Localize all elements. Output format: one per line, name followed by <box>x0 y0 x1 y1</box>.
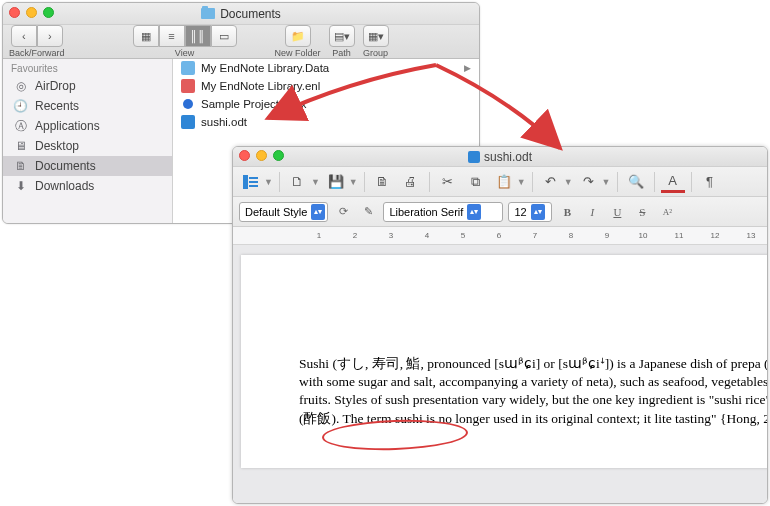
undo-button[interactable]: ↶ <box>539 171 563 193</box>
file-row[interactable]: Sample Project.nvpx <box>173 95 479 113</box>
ruler-number: 2 <box>353 231 357 240</box>
odt-icon <box>181 115 195 129</box>
chevron-updown-icon: ▴▾ <box>311 204 325 220</box>
chevron-down-icon[interactable]: ▼ <box>264 177 273 187</box>
clock-icon: 🕘 <box>13 100 28 113</box>
sidebar-item-label: Recents <box>35 99 79 113</box>
update-style-button[interactable]: ⟳ <box>333 202 353 222</box>
chevron-down-icon[interactable]: ▼ <box>602 177 611 187</box>
path-button[interactable]: ▤▾ <box>329 25 355 47</box>
cut-button[interactable]: ✂ <box>436 171 460 193</box>
nvivo-icon <box>183 99 193 109</box>
finder-titlebar[interactable]: Documents <box>3 3 479 25</box>
ruler[interactable]: 12345678910111213 <box>233 227 767 245</box>
back-button[interactable]: ‹ <box>11 25 37 47</box>
copy-button[interactable]: ⧉ <box>464 171 488 193</box>
document-page[interactable]: Sushi (すし, 寿司, 鮨, pronounced [sɯᵝɕi] or … <box>241 255 767 468</box>
airdrop-icon: ◎ <box>13 80 28 93</box>
sidebar-item-airdrop[interactable]: ◎ AirDrop <box>3 76 172 96</box>
chevron-updown-icon: ▴▾ <box>467 204 481 220</box>
odt-icon <box>468 151 480 163</box>
redo-button[interactable]: ↷ <box>577 171 601 193</box>
downloads-icon: ⬇ <box>13 180 28 193</box>
ruler-number: 1 <box>317 231 321 240</box>
sidebar-item-applications[interactable]: Ⓐ Applications <box>3 116 172 136</box>
back-forward-group: ‹ › Back/Forward <box>9 25 65 58</box>
close-icon[interactable] <box>9 7 20 18</box>
view-group: ▦ ≡ ║║ ▭ View <box>133 25 237 58</box>
save-button[interactable]: 💾 <box>324 171 348 193</box>
endnote-icon <box>181 79 195 93</box>
gallery-view-button[interactable]: ▭ <box>211 25 237 47</box>
svg-rect-2 <box>249 181 258 183</box>
ruler-number: 3 <box>389 231 393 240</box>
icon-view-button[interactable]: ▦ <box>133 25 159 47</box>
sidebar-item-label: Applications <box>35 119 100 133</box>
paste-button[interactable]: 📋 <box>492 171 516 193</box>
italic-button[interactable]: I <box>582 202 602 222</box>
ruler-number: 7 <box>533 231 537 240</box>
paragraph-style-select[interactable]: Default Style ▴▾ <box>239 202 328 222</box>
file-name: My EndNote Library.Data <box>201 62 329 74</box>
find-button[interactable]: 🔍 <box>624 171 648 193</box>
chevron-down-icon[interactable]: ▼ <box>517 177 526 187</box>
font-name-value: Liberation Serif <box>389 206 463 218</box>
toolbar-label: Back/Forward <box>9 48 65 58</box>
body-text[interactable]: Sushi (すし, 寿司, 鮨, pronounced [sɯᵝɕi] or … <box>299 355 767 428</box>
chevron-down-icon[interactable]: ▼ <box>349 177 358 187</box>
list-view-button[interactable]: ≡ <box>159 25 185 47</box>
export-pdf-button[interactable]: 🗎 <box>371 171 395 193</box>
applications-icon: Ⓐ <box>13 120 28 133</box>
underline-button[interactable]: U <box>607 202 627 222</box>
window-controls <box>9 7 54 18</box>
documents-icon: 🗎 <box>13 160 28 173</box>
writer-main-toolbar: ▼ 🗋▼ 💾▼ 🗎 🖨 ✂ ⧉ 📋▼ ↶▼ ↷▼ 🔍 A ¶ <box>233 167 767 197</box>
new-style-button[interactable]: ✎ <box>358 202 378 222</box>
print-button[interactable]: 🖨 <box>399 171 423 193</box>
sidebar-item-desktop[interactable]: 🖥 Desktop <box>3 136 172 156</box>
superscript-button[interactable]: A² <box>657 202 677 222</box>
zoom-icon[interactable] <box>273 150 284 161</box>
ruler-number: 6 <box>497 231 501 240</box>
chevron-right-icon: ▶ <box>464 63 471 73</box>
writer-title: sushi.odt <box>484 150 532 164</box>
folder-icon <box>201 8 215 19</box>
font-size-select[interactable]: 12 ▴▾ <box>508 202 552 222</box>
ruler-number: 10 <box>639 231 648 240</box>
new-folder-button[interactable]: 📁 <box>285 25 311 47</box>
font-name-select[interactable]: Liberation Serif ▴▾ <box>383 202 503 222</box>
separator <box>429 172 430 192</box>
ruler-number: 12 <box>711 231 720 240</box>
chevron-down-icon[interactable]: ▼ <box>311 177 320 187</box>
minimize-icon[interactable] <box>26 7 37 18</box>
separator <box>279 172 280 192</box>
column-view-button[interactable]: ║║ <box>185 25 211 47</box>
file-row[interactable]: sushi.odt <box>173 113 479 131</box>
separator <box>691 172 692 192</box>
document-area[interactable]: Sushi (すし, 寿司, 鮨, pronounced [sɯᵝɕi] or … <box>233 245 767 503</box>
new-button[interactable]: 🗋 <box>286 171 310 193</box>
sidebar-item-recents[interactable]: 🕘 Recents <box>3 96 172 116</box>
file-row[interactable]: My EndNote Library.enl <box>173 77 479 95</box>
strikethrough-button[interactable]: S <box>632 202 652 222</box>
ruler-number: 4 <box>425 231 429 240</box>
new-folder-group: 📁 New Folder <box>275 25 321 58</box>
font-color-button[interactable]: A <box>661 171 685 193</box>
minimize-icon[interactable] <box>256 150 267 161</box>
group-button[interactable]: ▦▾ <box>363 25 389 47</box>
sidebar-item-downloads[interactable]: ⬇ Downloads <box>3 176 172 196</box>
toolbar-label: Path <box>332 48 351 58</box>
forward-button[interactable]: › <box>37 25 63 47</box>
file-name: Sample Project.nvpx <box>201 98 306 110</box>
file-row[interactable]: My EndNote Library.Data ▶ <box>173 59 479 77</box>
zoom-icon[interactable] <box>43 7 54 18</box>
sidebar-item-documents[interactable]: 🗎 Documents <box>3 156 172 176</box>
bold-button[interactable]: B <box>557 202 577 222</box>
toolbar-label: Group <box>363 48 388 58</box>
window-controls <box>239 150 284 161</box>
writer-titlebar[interactable]: sushi.odt <box>233 147 767 167</box>
formatting-marks-button[interactable]: ¶ <box>698 171 722 193</box>
chevron-down-icon[interactable]: ▼ <box>564 177 573 187</box>
sidebar-toggle-button[interactable] <box>239 171 263 193</box>
close-icon[interactable] <box>239 150 250 161</box>
